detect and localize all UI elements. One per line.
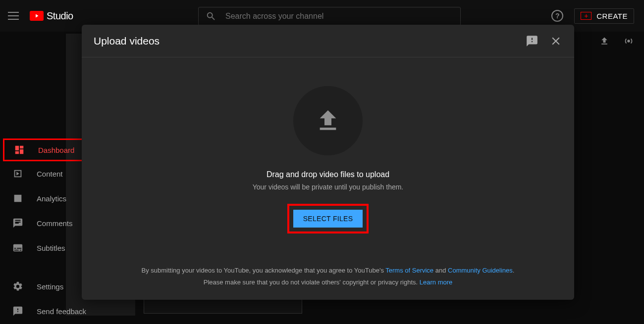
- hamburger-icon[interactable]: [8, 10, 20, 22]
- footer-text: .: [513, 267, 515, 274]
- sidebar-item-dashboard[interactable]: Dashboard: [3, 139, 85, 161]
- feedback-icon: [12, 306, 24, 317]
- logo-text: Studio: [47, 10, 73, 22]
- modal-body: Drag and drop video files to upload Your…: [82, 57, 574, 257]
- youtube-play-icon: [30, 11, 44, 21]
- sidebar-item-label: Send feedback: [37, 307, 86, 316]
- create-plus-icon: +: [581, 12, 591, 20]
- sidebar-item-feedback[interactable]: Send feedback: [3, 299, 132, 324]
- upload-modal: Upload videos Drag and drop video files …: [82, 25, 574, 300]
- sidebar-item-label: Subtitles: [37, 244, 65, 252]
- modal-header: Upload videos: [82, 25, 574, 57]
- sidebar-item-label: Content: [37, 170, 63, 178]
- subheader-actions: [599, 36, 634, 46]
- learn-more-link[interactable]: Learn more: [420, 278, 452, 286]
- analytics-icon: [12, 193, 24, 204]
- search-box[interactable]: [198, 7, 461, 26]
- drag-drop-subtitle: Your videos will be private until you pu…: [253, 183, 404, 191]
- sidebar-item-label: Dashboard: [38, 146, 74, 154]
- gear-icon: [12, 281, 24, 292]
- subtitles-icon: [12, 242, 24, 253]
- comments-icon: [12, 218, 24, 229]
- logo[interactable]: Studio: [30, 10, 73, 22]
- select-files-button[interactable]: SELECT FILES: [293, 210, 363, 228]
- create-label: CREATE: [596, 12, 628, 20]
- footer-text: and: [435, 267, 448, 274]
- upload-drop-zone[interactable]: [293, 86, 363, 155]
- sidebar-item-label: Comments: [37, 219, 73, 228]
- create-button[interactable]: + CREATE: [574, 8, 634, 24]
- community-guidelines-link[interactable]: Community Guidelines: [448, 267, 513, 274]
- search-input[interactable]: [225, 12, 453, 21]
- go-live-icon[interactable]: [623, 36, 634, 46]
- dashboard-icon: [13, 144, 25, 155]
- send-feedback-icon[interactable]: [526, 35, 538, 47]
- drag-drop-title: Drag and drop video files to upload: [267, 170, 389, 179]
- help-icon[interactable]: ?: [551, 10, 563, 22]
- terms-of-service-link[interactable]: Terms of Service: [385, 267, 433, 274]
- upload-arrow-icon: [314, 107, 342, 135]
- sidebar-item-label: Analytics: [37, 194, 66, 203]
- footer-text: By submitting your videos to YouTube, yo…: [142, 267, 386, 274]
- modal-title: Upload videos: [94, 35, 526, 47]
- sidebar-item-label: Settings: [37, 282, 63, 291]
- select-files-highlight: SELECT FILES: [287, 204, 369, 233]
- modal-footer: By submitting your videos to YouTube, yo…: [82, 257, 574, 300]
- upload-icon[interactable]: [599, 36, 609, 46]
- search-icon: [206, 11, 216, 22]
- content-icon: [12, 168, 24, 179]
- close-icon[interactable]: [549, 35, 562, 47]
- footer-text: Please make sure that you do not violate…: [204, 278, 420, 286]
